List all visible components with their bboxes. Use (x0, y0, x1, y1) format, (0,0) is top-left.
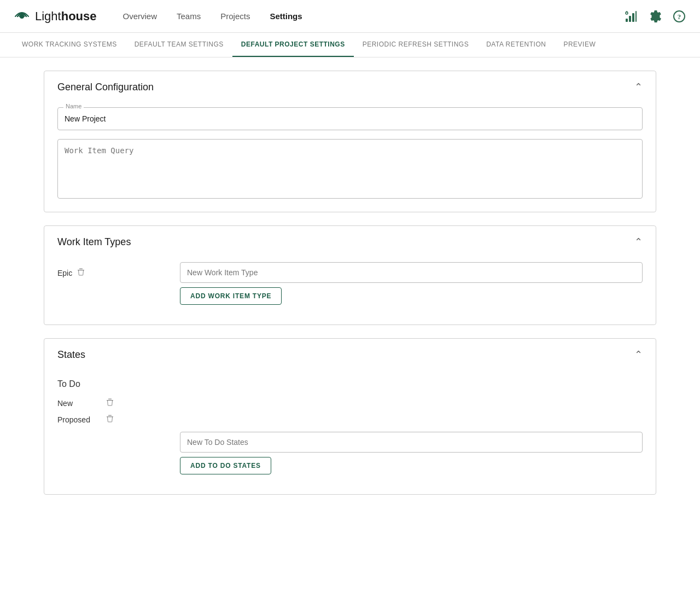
tab-work-tracking-systems[interactable]: WORK TRACKING SYSTEMS (13, 33, 126, 57)
add-work-item-type-button[interactable]: ADD WORK ITEM TYPE (180, 287, 282, 305)
work-item-query-wrapper (57, 139, 643, 199)
signal-icon[interactable] (623, 9, 639, 24)
tab-default-team-settings[interactable]: DEFAULT TEAM SETTINGS (126, 33, 232, 57)
epic-row: Epic ADD WORK ITEM TYPE (57, 262, 643, 305)
name-field-wrapper: Name (57, 107, 643, 130)
nav-teams[interactable]: Teams (177, 11, 201, 21)
main-nav: Overview Teams Projects Settings (123, 11, 623, 21)
svg-rect-9 (79, 269, 83, 269)
nav-overview[interactable]: Overview (123, 11, 158, 21)
nav-settings[interactable]: Settings (270, 11, 302, 21)
wit-input-area: ADD WORK ITEM TYPE (180, 262, 643, 305)
help-icon[interactable]: ? (672, 9, 687, 24)
svg-rect-13 (108, 415, 112, 416)
svg-rect-4 (635, 11, 637, 22)
svg-rect-1 (626, 19, 628, 22)
states-body: To Do New Proposed (44, 370, 656, 494)
work-item-types-card: Work Item Types ⌃ Epic ADD (44, 225, 656, 325)
logo: Lighthouse (13, 8, 97, 25)
work-item-types-body: Epic ADD WORK ITEM TYPE (44, 258, 656, 325)
header-icons: ? (623, 9, 687, 24)
svg-rect-11 (108, 399, 112, 399)
epic-label-area: Epic (57, 262, 167, 279)
svg-point-5 (626, 12, 628, 14)
svg-rect-2 (629, 16, 631, 22)
todo-subheading: To Do (57, 379, 643, 389)
state-new-label: New (57, 399, 101, 408)
work-item-types-header: Work Item Types ⌃ (44, 226, 656, 258)
new-todo-state-input[interactable] (180, 432, 643, 453)
nav-projects[interactable]: Projects (220, 11, 250, 21)
tab-default-project-settings[interactable]: DEFAULT PROJECT SETTINGS (232, 33, 354, 57)
general-config-header: General Configuration ⌃ (44, 71, 656, 103)
epic-delete-icon[interactable] (77, 268, 85, 279)
state-proposed-label: Proposed (57, 415, 101, 424)
epic-label: Epic (57, 269, 72, 277)
svg-rect-3 (632, 13, 634, 22)
state-new-delete-icon[interactable] (106, 398, 114, 409)
states-header: States ⌃ (44, 339, 656, 370)
tab-preview[interactable]: PREVIEW (555, 33, 604, 57)
todo-input-area: ADD TO DO STATES (180, 432, 643, 474)
state-proposed-row: Proposed (57, 414, 643, 425)
todo-add-row: ADD TO DO STATES (57, 432, 643, 474)
work-item-types-collapse-icon[interactable]: ⌃ (634, 236, 643, 248)
states-card: States ⌃ To Do New Proposed (44, 338, 656, 495)
header: Lighthouse Overview Teams Projects Setti… (0, 0, 700, 33)
logo-house-text: house (61, 9, 97, 23)
lighthouse-logo-icon (13, 8, 31, 25)
work-item-query-input[interactable] (65, 146, 635, 190)
logo-light-text: Light (35, 9, 61, 23)
name-label: Name (63, 103, 84, 109)
add-todo-states-button[interactable]: ADD TO DO STATES (180, 457, 271, 474)
work-item-types-title: Work Item Types (57, 236, 131, 248)
states-collapse-icon[interactable]: ⌃ (634, 349, 643, 361)
general-config-title: General Configuration (57, 82, 154, 93)
general-config-card: General Configuration ⌃ Name (44, 71, 656, 212)
state-proposed-delete-icon[interactable] (106, 414, 114, 425)
settings-tabs: WORK TRACKING SYSTEMS DEFAULT TEAM SETTI… (0, 33, 700, 57)
states-title: States (57, 349, 85, 361)
gear-icon[interactable] (648, 9, 663, 24)
tab-periodic-refresh-settings[interactable]: PERIODIC REFRESH SETTINGS (354, 33, 478, 57)
general-config-collapse-icon[interactable]: ⌃ (634, 81, 643, 93)
state-new-row: New (57, 398, 643, 409)
new-work-item-type-input[interactable] (180, 262, 643, 283)
main-content: General Configuration ⌃ Name Work Item T… (22, 57, 678, 521)
name-input[interactable] (65, 112, 635, 125)
tab-data-retention[interactable]: DATA RETENTION (477, 33, 555, 57)
logo-text: Lighthouse (35, 9, 97, 24)
svg-text:?: ? (678, 13, 681, 21)
todo-spacer (57, 432, 167, 437)
general-config-body: Name (44, 103, 656, 212)
